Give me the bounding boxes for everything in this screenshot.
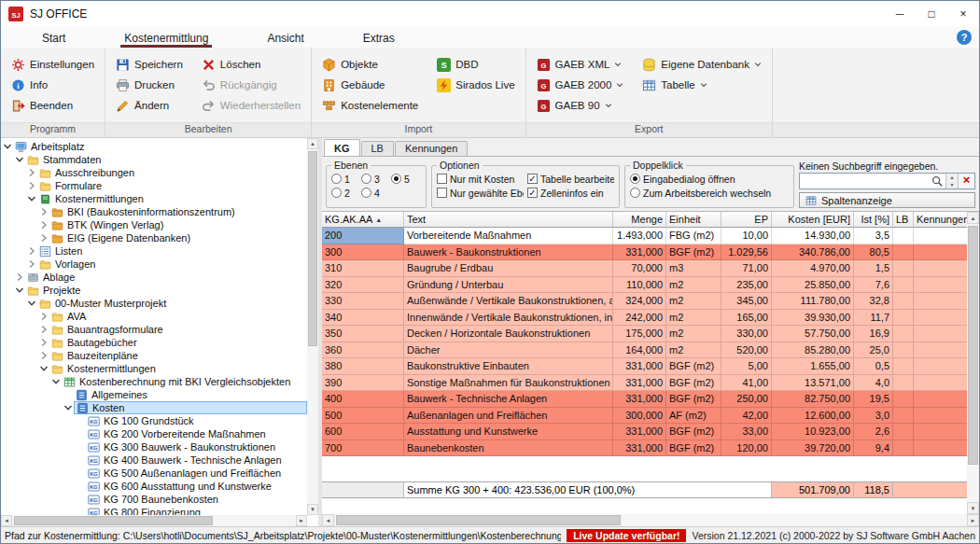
chevron-right-icon[interactable] <box>27 259 37 269</box>
cell-text[interactable]: Außenwände / Vertikale Baukonstruktionen… <box>404 293 613 310</box>
help-button[interactable]: ? <box>957 30 972 45</box>
cell-kosten[interactable]: 57.750,00 <box>772 326 854 342</box>
cell-menge[interactable]: 324,000 <box>613 293 666 310</box>
cell-kosten[interactable]: 39.720,00 <box>772 440 854 457</box>
info-button[interactable]: iInfo <box>8 75 97 95</box>
scrollbar-track[interactable] <box>307 149 318 504</box>
tree-item-formulare[interactable]: Formulare <box>1 179 307 192</box>
cell-menge[interactable]: 331,000 <box>613 358 666 375</box>
cell-text[interactable]: Sonstige Maßnahmen für Baukonstruktionen <box>404 375 613 392</box>
tree-item-bauzeitenplane[interactable]: Bauzeitenpläne <box>1 349 307 362</box>
cell-lb[interactable] <box>893 228 914 244</box>
cell-kg[interactable]: 200 <box>322 228 404 244</box>
kostenelemente-button[interactable]: Kostenelemente <box>319 95 421 116</box>
chevron-right-icon[interactable] <box>39 233 49 243</box>
scroll-left-button[interactable] <box>1 515 12 526</box>
chevron-right-icon[interactable] <box>15 272 25 282</box>
table-row-kg-330[interactable]: 330Außenwände / Vertikale Baukonstruktio… <box>322 293 967 310</box>
spin-down-icon[interactable] <box>946 181 958 188</box>
workspace-tab-lb[interactable]: LB <box>361 141 394 156</box>
scroll-down-button[interactable] <box>307 504 318 515</box>
cell-menge[interactable]: 175,000 <box>613 326 666 342</box>
chevron-down-icon[interactable] <box>63 403 74 412</box>
chevron-right-icon[interactable] <box>39 312 49 321</box>
column-header-ep[interactable]: EP <box>721 212 772 228</box>
cell-einheit[interactable]: BGF (m2) <box>666 391 721 408</box>
cell-einheit[interactable]: BGF (m2) <box>666 440 721 457</box>
cell-text[interactable]: Vorbereitende Maßnahmen <box>404 228 613 244</box>
cell-kenn[interactable] <box>914 424 967 440</box>
tab-ansicht[interactable]: Ansicht <box>263 30 307 48</box>
cell-ist[interactable]: 9,4 <box>854 440 893 457</box>
chevron-right-icon[interactable] <box>27 168 37 177</box>
cell-lb[interactable] <box>893 260 914 277</box>
cell-text[interactable]: Dächer <box>404 342 613 359</box>
live-update-badge[interactable]: Live Update verfügbar! <box>567 529 686 542</box>
cell-kenn[interactable] <box>914 293 967 310</box>
table-row-kg-390[interactable]: 390Sonstige Maßnahmen für Baukonstruktio… <box>322 375 967 392</box>
cell-ep[interactable]: 250,00 <box>721 391 772 408</box>
cell-lb[interactable] <box>893 424 914 440</box>
chevron-right-icon[interactable] <box>39 207 49 216</box>
tree-item-eig-eigene-datenbanken[interactable]: EIG (Eigene Datenbanken) <box>1 231 307 244</box>
cell-ist[interactable]: 0,5 <box>854 358 893 375</box>
cell-einheit[interactable]: m2 <box>666 310 721 327</box>
cell-kg[interactable]: 600 <box>322 424 404 440</box>
search-input[interactable] <box>800 174 931 188</box>
cell-kenn[interactable] <box>914 260 967 277</box>
tree-item-ablage[interactable]: Ablage <box>1 271 307 284</box>
cell-kenn[interactable] <box>914 326 967 342</box>
cell-menge[interactable]: 331,000 <box>613 391 666 408</box>
tab-extras[interactable]: Extras <box>359 30 399 48</box>
cell-kg[interactable]: 310 <box>322 260 404 277</box>
chevron-down-icon[interactable] <box>3 142 13 151</box>
tree-item-btk-wingen-verlag[interactable]: BTK (Wingen Verlag) <box>1 218 307 231</box>
cell-kosten[interactable]: 340.786,00 <box>772 244 854 261</box>
cell-ist[interactable]: 1,5 <box>854 260 893 277</box>
cell-kosten[interactable]: 12.600,00 <box>772 408 854 425</box>
scroll-up-button[interactable] <box>967 212 979 224</box>
checkbox-option-nur-mit-kosten[interactable]: Nur mit Kosten <box>437 172 524 186</box>
cell-kenn[interactable] <box>914 310 967 327</box>
chevron-down-icon[interactable] <box>51 377 62 386</box>
cell-einheit[interactable]: m2 <box>666 342 721 359</box>
cell-ep[interactable]: 330,00 <box>721 326 772 342</box>
tree-item-ava[interactable]: AVA <box>1 310 307 323</box>
cell-kosten[interactable]: 14.930,00 <box>772 228 854 244</box>
scroll-right-button[interactable] <box>296 515 307 526</box>
workspace-tab-kennungen[interactable]: Kennungen <box>395 141 468 156</box>
chevron-down-icon[interactable] <box>39 364 49 373</box>
cell-menge[interactable]: 1.493,000 <box>613 228 666 244</box>
cell-ep[interactable]: 520,00 <box>721 342 772 359</box>
tree-item-listen[interactable]: Listen <box>1 244 307 258</box>
cell-kosten[interactable]: 25.850,00 <box>772 277 854 294</box>
cell-ep[interactable]: 41,00 <box>721 375 772 392</box>
cell-lb[interactable] <box>893 342 914 359</box>
scroll-left-button[interactable] <box>322 514 334 526</box>
tree-item-bauantragsformulare[interactable]: Bauantragsformulare <box>1 323 307 336</box>
chevron-down-icon[interactable] <box>27 299 37 308</box>
cell-menge[interactable]: 331,000 <box>613 375 666 392</box>
cell-text[interactable]: Baukonstruktive Einbauten <box>404 358 613 375</box>
tree-item-kostenberechnung-mit-bki-vergleichsobjekten[interactable]: Kostenberechnung mit BKI Vergleichsobjek… <box>1 375 307 388</box>
cell-ist[interactable]: 4,0 <box>854 375 893 392</box>
cell-ep[interactable]: 5,00 <box>721 358 772 375</box>
checkbox-option-nur-gewahlte-ebene[interactable]: Nur gewählte Ebene <box>437 186 524 200</box>
tree-item-ausschreibungen[interactable]: Ausschreibungen <box>1 166 307 179</box>
cell-ist[interactable]: 80,5 <box>854 244 893 261</box>
tree-item-kg-400-bauwerk-technische-anlagen[interactable]: KGKG 400 Bauwerk - Technische Anlagen <box>1 453 307 467</box>
cell-text[interactable]: Bauwerk - Technische Anlagen <box>404 391 613 408</box>
radio-ebene-1[interactable]: 1 <box>331 172 361 186</box>
cell-kg[interactable]: 360 <box>322 342 404 359</box>
loschen-button[interactable]: Löschen <box>199 54 303 75</box>
tree-item-kg-700-baunebenkosten[interactable]: KGKG 700 Baunebenkosten <box>1 493 307 506</box>
column-header-einheit[interactable]: Einheit <box>666 212 721 228</box>
tree-item-kosten[interactable]: Kosten <box>1 401 307 414</box>
cell-ist[interactable]: 25,0 <box>854 342 893 359</box>
cell-kg[interactable]: 700 <box>322 440 404 457</box>
tree-item-kg-200-vorbereitende-massnahmen[interactable]: KGKG 200 Vorbereitende Maßnahmen <box>1 427 307 440</box>
cell-menge[interactable]: 331,000 <box>613 244 666 261</box>
tree-item-kg-800-finanzierung[interactable]: KGKG 800 Finanzierung <box>1 506 307 515</box>
scrollbar-thumb[interactable] <box>14 516 213 525</box>
tree-item-projekte[interactable]: Projekte <box>1 284 307 297</box>
